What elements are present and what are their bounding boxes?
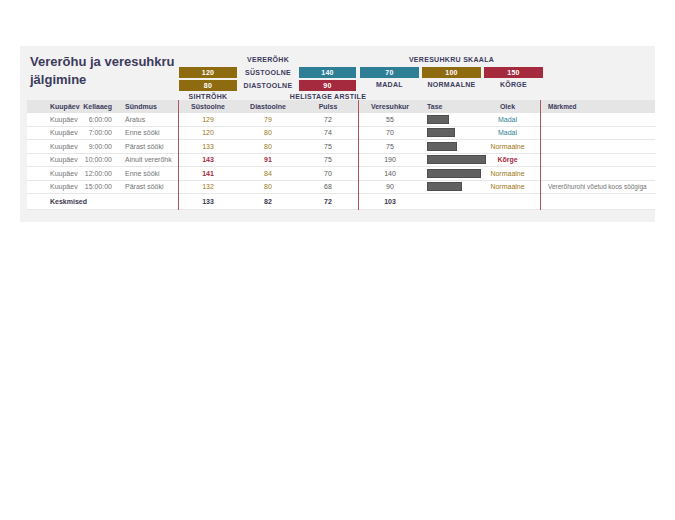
cell-event[interactable]: Enne sööki <box>115 129 178 136</box>
cell-pulse[interactable]: 70 <box>298 170 358 177</box>
averages-label: Keskmised <box>27 198 80 205</box>
target-systolic-box[interactable]: 120 <box>179 67 237 78</box>
cell-time[interactable]: 7:00:00 <box>80 129 115 136</box>
cell-bloodsugar[interactable]: 90 <box>358 183 422 190</box>
level-bar <box>427 142 457 151</box>
header-status: Olek <box>475 103 540 110</box>
diastolic-label: DIASTOOLNE <box>238 82 298 89</box>
cell-systolic[interactable]: 120 <box>178 129 238 136</box>
sugar-low-box[interactable]: 70 <box>360 67 419 78</box>
sugar-normal-label: NORMAALNE <box>422 81 481 88</box>
cell-bloodsugar[interactable]: 70 <box>358 129 422 136</box>
cell-status[interactable]: Normaalne <box>475 143 540 150</box>
table-row: Kuupäev 15:00:00 Pärast sööki 132 80 68 … <box>27 181 655 195</box>
cell-pulse[interactable]: 68 <box>298 183 358 190</box>
cell-level <box>422 128 475 137</box>
level-bar <box>427 115 449 124</box>
level-bar <box>427 128 455 137</box>
target-label: SIHTRÕHK <box>179 93 237 100</box>
cell-notes[interactable]: Vererõhurohi võetud koos söögiga <box>540 183 655 190</box>
cell-date[interactable]: Kuupäev <box>27 129 80 136</box>
sugar-low-label: MADAL <box>360 81 419 88</box>
sugar-section-heading: VERESUHKRU SKAALA <box>360 56 543 63</box>
level-bar <box>427 182 462 191</box>
cell-bloodsugar[interactable]: 140 <box>358 170 422 177</box>
cell-date[interactable]: Kuupäev <box>27 156 80 163</box>
column-divider <box>178 100 179 210</box>
header-notes: Märkmed <box>540 103 655 110</box>
cell-bloodsugar[interactable]: 55 <box>358 116 422 123</box>
average-systolic: 133 <box>178 198 238 205</box>
cell-event[interactable]: Enne sööki <box>115 170 178 177</box>
cell-time[interactable]: 15:00:00 <box>80 183 115 190</box>
cell-level <box>422 155 475 164</box>
cell-event[interactable]: Pärast sööki <box>115 183 178 190</box>
cell-bloodsugar[interactable]: 75 <box>358 143 422 150</box>
cell-status[interactable]: Normaalne <box>475 183 540 190</box>
page-title: Vererõhu ja veresuhkru jälgimine <box>30 53 182 88</box>
header-event: Sündmus <box>115 103 178 110</box>
header-time: Kellaaeg <box>80 103 115 110</box>
table-header-row: Kuupäev Kellaaeg Sündmus Süstoolne Diast… <box>27 100 655 113</box>
header-level: Tase <box>422 103 475 110</box>
cell-date[interactable]: Kuupäev <box>27 183 80 190</box>
level-bar <box>427 169 481 178</box>
cell-systolic[interactable]: 141 <box>178 170 238 177</box>
header-date: Kuupäev <box>27 103 80 110</box>
cell-time[interactable]: 10:00:00 <box>80 156 115 163</box>
cell-diastolic[interactable]: 91 <box>238 156 298 163</box>
cell-event[interactable]: Pärast sööki <box>115 143 178 150</box>
cell-status[interactable]: Kõrge <box>475 156 540 163</box>
cell-bloodsugar[interactable]: 190 <box>358 156 422 163</box>
table-row: Kuupäev 6:00:00 Äratus 129 79 72 55 Mada… <box>27 113 655 127</box>
sugar-normal-box[interactable]: 100 <box>422 67 481 78</box>
call-doctor-diastolic-box[interactable]: 90 <box>299 80 356 91</box>
call-doctor-systolic-box[interactable]: 140 <box>299 67 356 78</box>
cell-pulse[interactable]: 75 <box>298 143 358 150</box>
table-row: Kuupäev 7:00:00 Enne sööki 120 80 74 70 … <box>27 127 655 141</box>
cell-time[interactable]: 9:00:00 <box>80 143 115 150</box>
sugar-high-box[interactable]: 150 <box>484 67 543 78</box>
cell-systolic[interactable]: 143 <box>178 156 238 163</box>
cell-date[interactable]: Kuupäev <box>27 143 80 150</box>
cell-systolic[interactable]: 132 <box>178 183 238 190</box>
cell-diastolic[interactable]: 80 <box>238 143 298 150</box>
cell-pulse[interactable]: 72 <box>298 116 358 123</box>
systolic-label: SÜSTOOLNE <box>238 69 298 76</box>
cell-pulse[interactable]: 75 <box>298 156 358 163</box>
cell-status[interactable]: Normaalne <box>475 170 540 177</box>
workbook-page: Vererõhu ja veresuhkru jälgimine VERERÕH… <box>0 0 675 520</box>
cell-status[interactable]: Madal <box>475 116 540 123</box>
cell-systolic[interactable]: 133 <box>178 143 238 150</box>
cell-status[interactable]: Madal <box>475 129 540 136</box>
call-doctor-label: HELISTAGE ARSTILE <box>288 93 368 100</box>
cell-event[interactable]: Ainult vererõhk <box>115 156 178 163</box>
table-body: Kuupäev 6:00:00 Äratus 129 79 72 55 Mada… <box>27 113 655 194</box>
cell-date[interactable]: Kuupäev <box>27 116 80 123</box>
cell-date[interactable]: Kuupäev <box>27 170 80 177</box>
cell-time[interactable]: 12:00:00 <box>80 170 115 177</box>
cell-event[interactable]: Äratus <box>115 116 178 123</box>
header-bloodsugar: Veresuhkur <box>358 103 422 110</box>
header-pulse: Pulss <box>298 103 358 110</box>
cell-diastolic[interactable]: 79 <box>238 116 298 123</box>
table-row: Kuupäev 12:00:00 Enne sööki 141 84 70 14… <box>27 167 655 181</box>
cell-level <box>422 169 475 178</box>
header-systolic: Süstoolne <box>178 103 238 110</box>
bp-section-heading: VERERÕHK <box>180 56 356 63</box>
target-diastolic-box[interactable]: 80 <box>179 80 237 91</box>
cell-diastolic[interactable]: 80 <box>238 183 298 190</box>
average-bloodsugar: 103 <box>358 198 422 205</box>
table-row: Kuupäev 9:00:00 Pärast sööki 133 80 75 7… <box>27 140 655 154</box>
cell-time[interactable]: 6:00:00 <box>80 116 115 123</box>
cell-diastolic[interactable]: 80 <box>238 129 298 136</box>
cell-systolic[interactable]: 129 <box>178 116 238 123</box>
sugar-high-label: KÕRGE <box>484 81 543 88</box>
average-pulse: 72 <box>298 198 358 205</box>
cell-diastolic[interactable]: 84 <box>238 170 298 177</box>
cell-pulse[interactable]: 74 <box>298 129 358 136</box>
cell-level <box>422 182 475 191</box>
average-diastolic: 82 <box>238 198 298 205</box>
table-row: Kuupäev 10:00:00 Ainult vererõhk 143 91 … <box>27 154 655 168</box>
header-diastolic: Diastoolne <box>238 103 298 110</box>
